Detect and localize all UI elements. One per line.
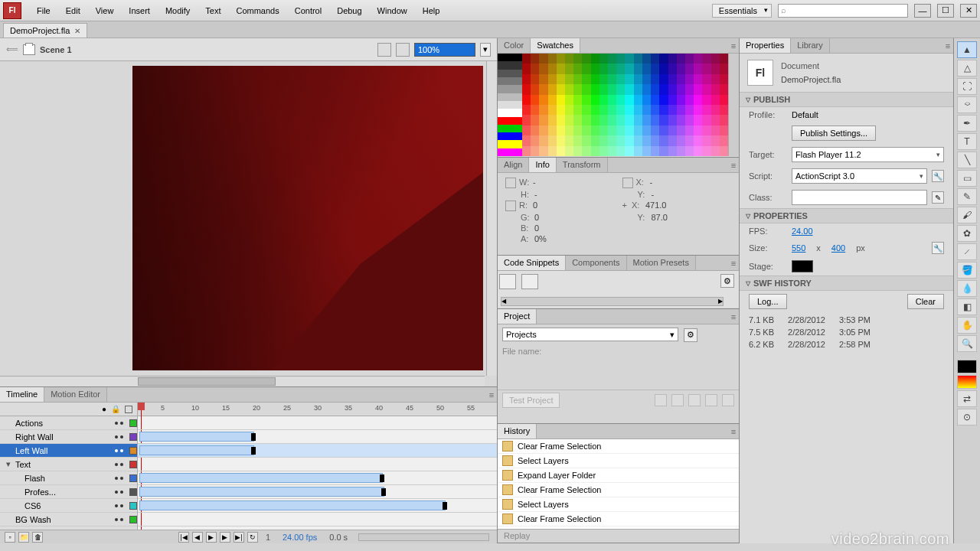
fps-value[interactable]: 24.00 — [792, 227, 813, 236]
tab-info[interactable]: Info — [529, 158, 556, 172]
tab-motion-presets[interactable]: Motion Presets — [627, 256, 696, 270]
stage-area[interactable] — [0, 61, 497, 386]
menu-window[interactable]: Window — [370, 3, 415, 18]
tab-library[interactable]: Library — [791, 38, 830, 53]
panel-options-icon[interactable]: ≡ — [486, 387, 497, 402]
panel-options-icon[interactable]: ≡ — [728, 309, 739, 324]
section-properties[interactable]: PROPERTIES — [740, 208, 953, 223]
menu-edit[interactable]: Edit — [58, 3, 88, 18]
loop-button[interactable]: ↻ — [247, 532, 258, 543]
replay-button[interactable]: Replay — [498, 529, 739, 543]
snippets-hscroll[interactable] — [501, 297, 724, 306]
zoom-tool[interactable]: 🔍 — [957, 335, 977, 352]
layer-row[interactable]: Profes... — [0, 485, 137, 499]
class-field[interactable] — [792, 190, 927, 205]
add-to-frame-button[interactable] — [499, 274, 516, 289]
pencil-icon[interactable]: ✎ — [932, 191, 944, 204]
history-item[interactable]: Select Layers — [498, 497, 739, 512]
stroke-color[interactable] — [957, 360, 977, 373]
menu-text[interactable]: Text — [198, 3, 228, 18]
layer-row[interactable]: ▾Text — [0, 458, 137, 471]
wrench-icon[interactable]: 🔧 — [932, 170, 944, 182]
menu-commands[interactable]: Commands — [228, 3, 286, 18]
tab-code-snippets[interactable]: Code Snippets — [498, 256, 566, 270]
project-icon[interactable] — [688, 394, 701, 406]
timeline-hscroll[interactable] — [358, 533, 489, 541]
eraser-tool[interactable]: ◧ — [957, 298, 977, 315]
tab-swatches[interactable]: Swatches — [531, 38, 580, 53]
stage-canvas[interactable] — [132, 66, 483, 370]
menu-view[interactable]: View — [88, 3, 122, 18]
panel-options-icon[interactable]: ≡ — [942, 38, 953, 53]
history-item[interactable]: Clear Frame Selection — [498, 512, 739, 527]
history-item[interactable]: Select Layers — [498, 454, 739, 468]
panel-options-icon[interactable]: ≡ — [728, 38, 739, 53]
gear-icon[interactable]: ⚙ — [720, 274, 734, 288]
menu-control[interactable]: Control — [287, 3, 329, 18]
pen-tool[interactable]: ✒ — [957, 115, 977, 132]
clear-button[interactable]: Clear — [907, 294, 944, 309]
layer-row[interactable]: CS6 — [0, 499, 137, 513]
eye-icon[interactable]: ● — [102, 405, 106, 413]
minimize-button[interactable]: — — [914, 4, 931, 18]
tab-transform[interactable]: Transform — [557, 158, 608, 172]
project-icon[interactable] — [655, 394, 667, 406]
panel-options-icon[interactable]: ≡ — [728, 158, 739, 172]
edit-symbol-icon[interactable] — [396, 43, 410, 57]
lock-icon[interactable]: 🔒 — [111, 405, 120, 413]
layer-row[interactable]: Actions — [0, 416, 137, 430]
gear-icon[interactable]: ⚙ — [684, 328, 697, 342]
log-button[interactable]: Log... — [749, 294, 787, 309]
layer-row[interactable]: Right Wall — [0, 430, 137, 444]
eyedropper-tool[interactable]: 💧 — [957, 280, 977, 297]
test-project-button[interactable]: Test Project — [502, 393, 560, 408]
trash-icon[interactable] — [722, 394, 734, 406]
swatches-scroll[interactable] — [728, 54, 739, 156]
step-back-button[interactable]: ◀ — [192, 532, 203, 543]
ffwd-button[interactable]: ▶| — [234, 532, 244, 543]
new-folder-button[interactable]: 📁 — [18, 532, 29, 543]
fill-color[interactable] — [957, 375, 977, 389]
menu-help[interactable]: Help — [415, 3, 448, 18]
tab-properties[interactable]: Properties — [740, 38, 791, 53]
project-dropdown[interactable]: Projects — [502, 328, 678, 341]
paint-bucket-tool[interactable]: 🪣 — [957, 262, 977, 279]
zoom-dropdown[interactable]: ▾ — [480, 43, 491, 57]
history-item[interactable]: Clear Frame Selection — [498, 483, 739, 497]
maximize-button[interactable]: ☐ — [937, 4, 954, 18]
subselection-tool[interactable]: △ — [957, 60, 977, 77]
play-button[interactable]: ▶ — [206, 532, 217, 543]
frame-area[interactable]: 510152025303540455055 — [138, 403, 497, 530]
pencil-tool[interactable]: ✎ — [957, 188, 977, 205]
menu-modify[interactable]: Modify — [158, 3, 198, 18]
tab-color[interactable]: Color — [498, 38, 531, 53]
size-width[interactable]: 550 — [792, 243, 805, 253]
menu-file[interactable]: File — [29, 3, 58, 18]
text-tool[interactable]: T — [957, 133, 977, 150]
wrench-icon[interactable]: 🔧 — [932, 242, 944, 254]
bone-tool[interactable]: ⟋ — [957, 243, 977, 260]
new-layer-button[interactable]: ▫ — [5, 532, 15, 543]
script-dropdown[interactable]: ActionScript 3.0 — [792, 168, 927, 184]
tab-motion-editor[interactable]: Motion Editor — [44, 387, 107, 402]
menu-debug[interactable]: Debug — [329, 3, 369, 18]
line-tool[interactable]: ╲ — [957, 152, 977, 168]
selection-tool[interactable]: ▲ — [957, 41, 977, 58]
lasso-tool[interactable]: ⌔ — [957, 96, 977, 113]
search-input[interactable] — [778, 4, 908, 18]
edit-scene-icon[interactable] — [377, 43, 391, 57]
panel-options-icon[interactable]: ≡ — [728, 256, 739, 270]
swap-colors[interactable]: ⇄ — [957, 390, 977, 407]
section-publish[interactable]: PUBLISH — [740, 92, 953, 107]
copy-clipboard-button[interactable] — [521, 274, 538, 289]
size-height[interactable]: 400 — [831, 243, 845, 253]
tab-history[interactable]: History — [498, 424, 537, 439]
stage-color-swatch[interactable] — [792, 260, 813, 272]
document-tab[interactable]: DemoProject.fla ✕ — [3, 23, 87, 37]
delete-layer-button[interactable]: 🗑 — [32, 532, 43, 543]
project-icon[interactable] — [671, 394, 684, 406]
brush-tool[interactable]: 🖌 — [957, 207, 977, 223]
rewind-button[interactable]: |◀ — [178, 532, 189, 543]
deco-tool[interactable]: ✿ — [957, 225, 977, 242]
hand-tool[interactable]: ✋ — [957, 317, 977, 334]
